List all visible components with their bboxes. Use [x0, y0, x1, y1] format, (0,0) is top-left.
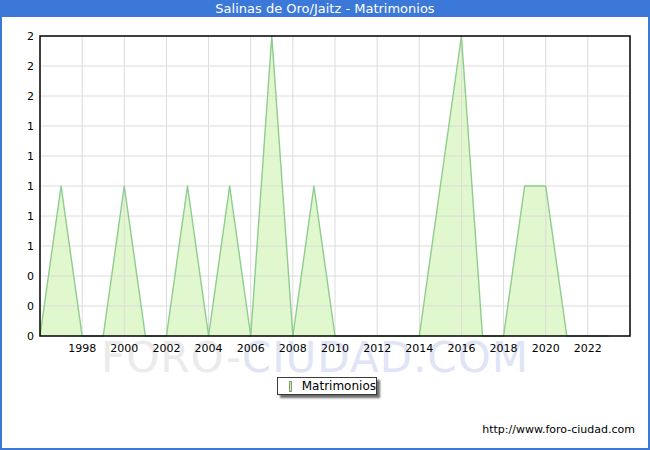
- x-tick-label: 2006: [237, 342, 265, 355]
- chart-window: Salinas de Oro/Jaitz - Matrimonios FORO-…: [0, 0, 650, 450]
- x-tick-label: 2000: [110, 342, 138, 355]
- x-tick-label: 2004: [195, 342, 223, 355]
- x-tick-label: 2018: [490, 342, 518, 355]
- x-tick-label: 2016: [447, 342, 475, 355]
- y-tick-label: 2: [27, 60, 34, 73]
- y-tick-label: 2: [27, 30, 34, 43]
- x-tick-label: 2008: [279, 342, 307, 355]
- x-tick-label: 2010: [321, 342, 349, 355]
- y-tick-label: 1: [27, 150, 34, 163]
- x-tick-label: 2014: [405, 342, 433, 355]
- x-tick-label: 2012: [363, 342, 391, 355]
- y-tick-label: 1: [27, 180, 34, 193]
- x-tick-label: 2002: [152, 342, 180, 355]
- x-tick-label: 2022: [574, 342, 602, 355]
- y-tick-label: 0: [27, 300, 34, 313]
- y-tick-label: 0: [27, 330, 34, 343]
- y-tick-label: 1: [27, 210, 34, 223]
- y-tick-label: 0: [27, 270, 34, 283]
- legend-color-swatch: [289, 381, 292, 392]
- page-title: Salinas de Oro/Jaitz - Matrimonios: [0, 0, 650, 17]
- legend-label: Matrimonios: [302, 380, 376, 393]
- footer-url: http://www.foro-ciudad.com: [482, 423, 635, 436]
- x-tick-label: 1998: [68, 342, 96, 355]
- x-tick-label: 2020: [532, 342, 560, 355]
- y-tick-label: 1: [27, 120, 34, 133]
- legend: Matrimonios: [277, 377, 377, 395]
- y-tick-label: 1: [27, 240, 34, 253]
- y-tick-label: 2: [27, 90, 34, 103]
